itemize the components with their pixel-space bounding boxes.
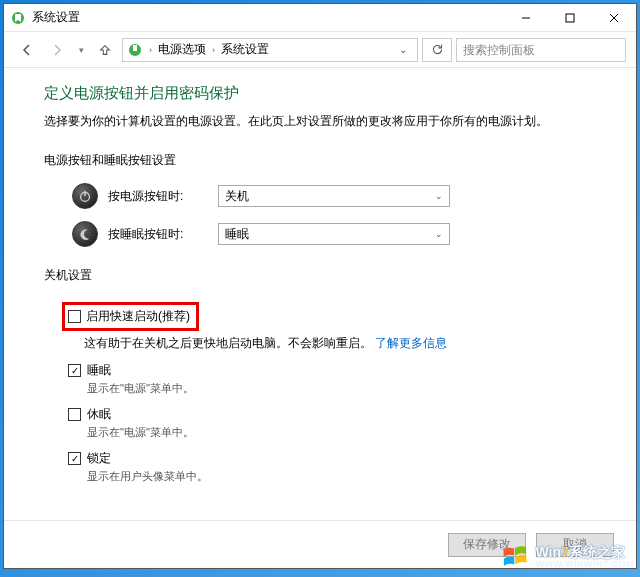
- lock-checkbox[interactable]: [68, 452, 81, 465]
- back-button[interactable]: [14, 37, 40, 63]
- sleep-checkbox[interactable]: [68, 364, 81, 377]
- save-button[interactable]: 保存修改: [448, 533, 526, 557]
- chevron-down-icon[interactable]: ⌄: [393, 44, 413, 55]
- row-sleep-button: 按睡眠按钮时: 睡眠 ⌄: [72, 221, 596, 247]
- breadcrumb[interactable]: › 电源选项 › 系统设置 ⌄: [122, 38, 418, 62]
- option-hibernate: 休眠 显示在"电源"菜单中。: [68, 406, 596, 440]
- power-button-value: 关机: [225, 188, 249, 205]
- footer: 保存修改 取消: [4, 520, 636, 568]
- hibernate-checkbox[interactable]: [68, 408, 81, 421]
- chevron-down-icon: ⌄: [435, 191, 443, 201]
- sleep-option-desc: 显示在"电源"菜单中。: [87, 381, 596, 396]
- option-lock: 锁定 显示在用户头像菜单中。: [68, 450, 596, 484]
- power-icon: [72, 183, 98, 209]
- power-options-icon: [127, 42, 143, 58]
- breadcrumb-item-power[interactable]: 电源选项: [158, 41, 206, 58]
- sleep-option-label: 睡眠: [87, 362, 111, 379]
- page-description: 选择要为你的计算机设置的电源设置。在此页上对设置所做的更改将应用于你所有的电源计…: [44, 113, 596, 130]
- titlebar: 系统设置: [4, 4, 636, 32]
- svg-rect-3: [133, 45, 137, 51]
- svg-rect-1: [566, 14, 574, 22]
- sleep-button-select[interactable]: 睡眠 ⌄: [218, 223, 450, 245]
- power-button-select[interactable]: 关机 ⌄: [218, 185, 450, 207]
- close-button[interactable]: [592, 4, 636, 32]
- up-button[interactable]: [92, 37, 118, 63]
- chevron-right-icon: ›: [147, 45, 154, 55]
- sleep-button-value: 睡眠: [225, 226, 249, 243]
- search-input[interactable]: [463, 43, 619, 57]
- refresh-button[interactable]: [422, 38, 452, 62]
- option-sleep: 睡眠 显示在"电源"菜单中。: [68, 362, 596, 396]
- chevron-down-icon: ⌄: [435, 229, 443, 239]
- lock-option-desc: 显示在用户头像菜单中。: [87, 469, 596, 484]
- page-heading: 定义电源按钮并启用密码保护: [44, 84, 596, 103]
- sleep-icon: [72, 221, 98, 247]
- section-shutdown: 关机设置: [44, 267, 596, 284]
- search-box[interactable]: [456, 38, 626, 62]
- learn-more-link[interactable]: 了解更多信息: [375, 336, 447, 350]
- sleep-button-label: 按睡眠按钮时:: [108, 226, 208, 243]
- chevron-right-icon: ›: [210, 45, 217, 55]
- window: 系统设置 ▾ › 电源选项 › 系统设置: [3, 3, 637, 569]
- lock-option-label: 锁定: [87, 450, 111, 467]
- highlight-box: 启用快速启动(推荐): [62, 302, 199, 331]
- hibernate-option-desc: 显示在"电源"菜单中。: [87, 425, 596, 440]
- hibernate-option-label: 休眠: [87, 406, 111, 423]
- navbar: ▾ › 电源选项 › 系统设置 ⌄: [4, 32, 636, 68]
- window-title: 系统设置: [32, 9, 80, 26]
- content-area: 定义电源按钮并启用密码保护 选择要为你的计算机设置的电源设置。在此页上对设置所做…: [4, 68, 636, 520]
- history-dropdown[interactable]: ▾: [74, 37, 88, 63]
- app-icon: [10, 10, 26, 26]
- minimize-button[interactable]: [504, 4, 548, 32]
- forward-button[interactable]: [44, 37, 70, 63]
- row-power-button: 按电源按钮时: 关机 ⌄: [72, 183, 596, 209]
- breadcrumb-item-system-settings[interactable]: 系统设置: [221, 41, 269, 58]
- cancel-button[interactable]: 取消: [536, 533, 614, 557]
- section-power-sleep: 电源按钮和睡眠按钮设置: [44, 152, 596, 169]
- fast-startup-desc: 这有助于在关机之后更快地启动电脑。不会影响重启。 了解更多信息: [84, 335, 596, 352]
- fast-startup-checkbox[interactable]: [68, 310, 81, 323]
- power-button-label: 按电源按钮时:: [108, 188, 208, 205]
- maximize-button[interactable]: [548, 4, 592, 32]
- fast-startup-label: 启用快速启动(推荐): [86, 308, 190, 325]
